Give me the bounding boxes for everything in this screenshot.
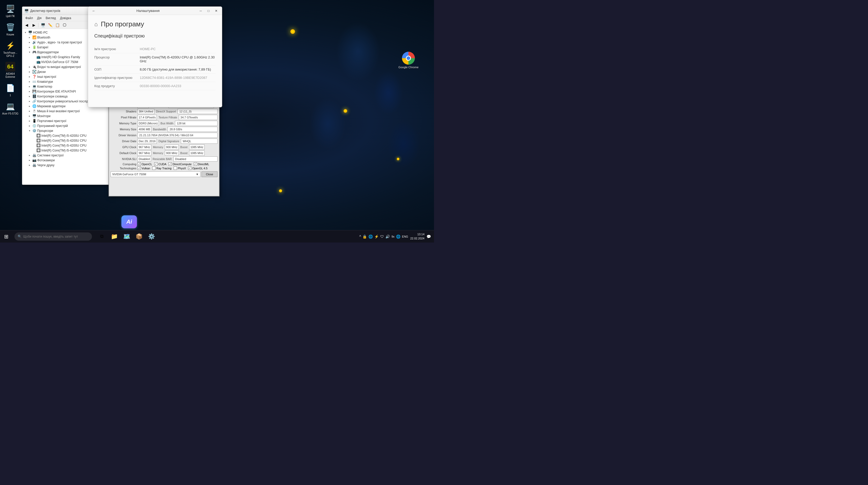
notification-icon[interactable]: 💬 (427, 234, 431, 239)
vulkan-cb (137, 167, 141, 170)
tree-toggle-expand[interactable]: ▸ (27, 41, 32, 44)
search-input[interactable] (23, 235, 89, 238)
toolbar-back[interactable]: ◀ (23, 22, 30, 28)
gpuz-row-computing: Computing OpenCL CUDA DirectCompute Dire… (111, 162, 218, 166)
tree-toggle-collapse[interactable]: ▾ (27, 129, 32, 132)
gpuz-sep-memory1: Memory (153, 146, 163, 149)
taskbar-maps[interactable]: 🗺️ (121, 231, 132, 242)
menu-view[interactable]: Вигляд (44, 16, 58, 21)
gpuz-close-button[interactable]: Close (202, 171, 218, 177)
techpowerup-icon: ⚡ (5, 40, 16, 51)
settings-back[interactable]: ← (90, 8, 97, 14)
taskbar-clock[interactable]: 13:14 22.02.2024 (410, 232, 425, 240)
raytracing-checkbox[interactable]: Ray Tracing (152, 167, 172, 170)
tree-item-icon: 🖥️ (28, 30, 32, 34)
gpuz-technologies-label: Technologies (111, 167, 136, 170)
recycle-icon: 🗑️ (5, 22, 16, 32)
toolbar-computer[interactable]: 🖥️ (39, 22, 46, 28)
tree-toggle-expand[interactable]: ▸ (27, 36, 32, 39)
tray-icon-1[interactable]: ^ (359, 234, 361, 239)
taskbar-app3[interactable]: 📦 (133, 231, 145, 242)
tree-toggle-expand[interactable]: ▸ (27, 105, 32, 108)
spec-label: Ім'я пристрою (94, 47, 135, 51)
gpuz-bandwidth-val: 28.8 GB/s (168, 127, 218, 132)
directml-checkbox[interactable]: DirectML (194, 162, 209, 166)
tray-icon-shield[interactable]: 🛡 (380, 234, 384, 239)
tray-icon-network[interactable]: 🌐 (368, 234, 373, 239)
tree-toggle-collapse[interactable]: ▾ (27, 51, 32, 54)
tree-toggle-expand[interactable]: ▸ (27, 154, 32, 157)
tree-toggle-expand[interactable]: ▸ (27, 164, 32, 167)
tree-toggle-expand[interactable]: ▸ (27, 65, 32, 68)
tray-icon-volume[interactable]: 🔊 (385, 234, 390, 239)
techpowerup-label: TechPowe...GPU-Z (3, 52, 17, 58)
menu-action[interactable]: Дія (35, 16, 44, 21)
tree-toggle-expand[interactable]: ▸ (27, 85, 32, 88)
vulkan-checkbox[interactable]: Vulkan (137, 167, 150, 170)
taskbar-settings[interactable]: ⚙️ (146, 231, 157, 242)
clock-date: 22.02.2024 (410, 236, 425, 240)
toolbar-monitor[interactable]: 🖵 (61, 22, 68, 28)
tree-item-label: Клавіатури (37, 80, 53, 84)
dropdown-arrow: ▼ (196, 173, 199, 176)
tree-toggle-expand[interactable]: ▸ (27, 46, 32, 49)
gpuz-label-gpuclock: GPU Clock (111, 146, 136, 149)
cuda-checkbox[interactable]: CUDA (154, 162, 166, 166)
tree-item-icon: 🖨️ (32, 163, 36, 167)
gpuz-row-memsize: Memory Size 4096 MB Bandwidth 28.8 GB/s (111, 127, 218, 132)
gpuz-row-driverdate: Driver Date Dec 29, 2016 Digital Signatu… (111, 139, 218, 144)
gpuz-row-technologies: Technologies Vulkan Ray Tracing PhysX Op… (111, 167, 218, 170)
tree-toggle-collapse[interactable]: ▾ (23, 31, 27, 34)
tree-toggle-expand[interactable]: ▸ (27, 159, 32, 162)
menu-file[interactable]: Файл (23, 16, 35, 21)
chrome-desktop-icon[interactable]: Google Chrome (398, 52, 418, 69)
desktop-icon-recycle[interactable]: 🗑️ Кошик (1, 21, 20, 37)
tree-toggle-expand[interactable]: ▸ (27, 70, 32, 73)
device-manager-icon: 🖥️ (24, 9, 29, 13)
tree-item-label: Комп'ютер (37, 85, 52, 88)
gpuz-row-driver: Driver Version 21.21.13.7654 (NVIDIA 376… (111, 133, 218, 138)
tree-toggle-expand[interactable]: ▸ (27, 80, 32, 83)
tree-toggle-expand[interactable]: ▸ (27, 110, 32, 112)
settings-maximize[interactable]: □ (205, 8, 212, 14)
desktop-icon-techpowerup[interactable]: ⚡ TechPowe...GPU-Z (1, 39, 20, 59)
taskbar-file-explorer[interactable]: 📁 (108, 231, 120, 242)
physx-checkbox[interactable]: PhysX (174, 167, 186, 170)
tray-icon-2[interactable]: 🔒 (363, 234, 367, 239)
settings-window: ← Налаштування ─ □ ✕ ⌂ Про програму Спец… (88, 6, 222, 107)
opengl-checkbox[interactable]: OpenGL 4.5 (188, 167, 208, 170)
gpuz-bottom-bar: NVIDIA GeForce GT 750M ▼ Close (111, 171, 218, 177)
directcompute-checkbox[interactable]: DirectCompute (168, 162, 191, 166)
tree-toggle-expand[interactable]: ▸ (27, 115, 32, 117)
gpu-selector[interactable]: NVIDIA GeForce GT 750M ▼ (111, 171, 200, 177)
settings-close[interactable]: ✕ (213, 8, 220, 14)
start-button[interactable]: ⊞ (0, 230, 12, 243)
tree-toggle-expand[interactable]: ▸ (27, 119, 32, 122)
tree-item-icon: 🔗 (32, 99, 36, 103)
tray-icon-3[interactable]: ⚡ (374, 234, 379, 239)
desktop-icon-acer[interactable]: 💻 Acer F5-573G (1, 100, 20, 116)
ai-icon[interactable]: Ai (121, 216, 137, 228)
tree-toggle-expand[interactable]: ▸ (27, 95, 32, 98)
tree-toggle-expand[interactable]: ▸ (27, 100, 32, 103)
tray-icon-globe[interactable]: 🌐 (396, 234, 400, 239)
tree-toggle-expand[interactable]: ▸ (27, 75, 32, 78)
tree-item-icon: 📶 (32, 35, 36, 39)
settings-title: Налаштування (99, 9, 197, 13)
taskbar-task-view[interactable]: ⧉ (96, 231, 107, 242)
desktop-icon-this-pc[interactable]: 🖥️ Цей ПК (1, 3, 20, 19)
toolbar-view[interactable]: 📋 (54, 22, 61, 28)
settings-minimize[interactable]: ─ (197, 8, 204, 14)
toolbar-forward[interactable]: ▶ (30, 22, 37, 28)
tree-toggle-expand[interactable]: ▸ (27, 90, 32, 93)
tree-item-icon: 🔲 (36, 139, 40, 142)
tree-toggle-expand[interactable]: ▸ (27, 124, 32, 127)
taskbar-search-box[interactable]: 🔍 (14, 232, 92, 241)
opencl-checkbox[interactable]: OpenCL (137, 162, 152, 166)
spec-label: ОЗП (94, 67, 135, 72)
desktop-icon-aida64[interactable]: 64 AIDA64Extreme (1, 61, 20, 80)
menu-help[interactable]: Довідка (58, 16, 73, 21)
tree-item-icon: 🔌 (32, 65, 36, 69)
desktop-icon-file[interactable]: 📄 1 (1, 82, 20, 98)
toolbar-edit[interactable]: ✏️ (47, 22, 54, 28)
